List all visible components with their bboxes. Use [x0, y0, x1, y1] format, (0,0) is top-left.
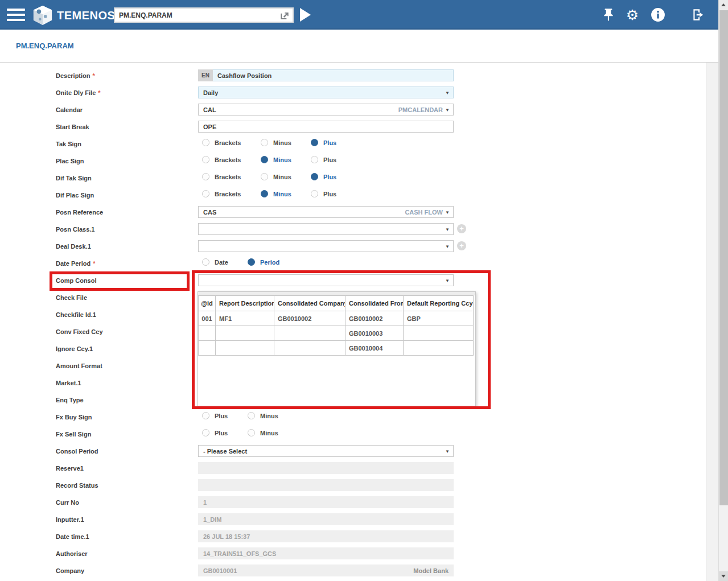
field-label: Date time.1	[56, 528, 89, 545]
radio-label: Brackets	[215, 139, 241, 146]
field-area: ▼+	[198, 240, 454, 252]
radio-circle-icon[interactable]	[202, 429, 209, 436]
add-multivalue-button[interactable]: +	[457, 224, 466, 233]
grid-cell[interactable]: GB0010003	[346, 326, 404, 341]
description-input[interactable]: ENCashflow Position	[198, 69, 454, 81]
start-break-input[interactable]: OPE	[198, 121, 454, 133]
radio-group: PlusMinus	[198, 429, 454, 436]
radio-option-minus[interactable]: Minus	[261, 173, 311, 180]
radio-circle-icon[interactable]	[248, 429, 255, 436]
radio-group: BracketsMinusPlus	[198, 156, 454, 163]
form-row-description: Description*ENCashflow Position	[0, 67, 706, 84]
grid-cell[interactable]: GBP	[404, 311, 474, 326]
grid-cell[interactable]	[216, 326, 274, 341]
radio-circle-icon[interactable]	[202, 156, 209, 163]
radio-option-brackets[interactable]: Brackets	[202, 156, 261, 163]
required-asterisk: *	[93, 72, 95, 79]
radio-option-minus[interactable]: Minus	[261, 156, 311, 163]
grid-cell[interactable]: 001	[199, 311, 216, 326]
temenos-globe-icon	[32, 5, 54, 26]
grid-cell[interactable]	[199, 326, 216, 341]
run-banner-icon[interactable]	[300, 8, 311, 22]
pin-icon[interactable]	[601, 7, 616, 22]
radio-option-brackets[interactable]: Brackets	[202, 190, 261, 197]
settings-gear-icon[interactable]: ⚙	[625, 7, 640, 22]
radio-circle-icon[interactable]	[202, 139, 209, 146]
scroll-down-button[interactable]	[719, 571, 728, 581]
info-icon[interactable]	[651, 7, 665, 22]
posn-class-1-input[interactable]: ▼	[198, 223, 454, 235]
scroll-up-button[interactable]	[719, 0, 728, 10]
radio-option-brackets[interactable]: Brackets	[202, 173, 261, 180]
grid-cell[interactable]: MF1	[216, 311, 274, 326]
radio-option-plus[interactable]: Plus	[202, 412, 248, 419]
radio-option-minus[interactable]: Minus	[261, 139, 311, 146]
chevron-down-icon[interactable]: ▼	[445, 244, 450, 249]
deal-desk-1-input[interactable]: ▼	[198, 240, 454, 252]
scrollbar-thumb[interactable]	[719, 10, 728, 505]
field-label: Posn Reference	[56, 204, 103, 221]
field-label-text: Dif Tak Sign	[56, 175, 92, 182]
chevron-down-icon[interactable]: ▼	[445, 210, 450, 215]
grid-cell[interactable]	[404, 341, 474, 356]
field-label-text: Calendar	[56, 106, 83, 113]
radio-circle-icon[interactable]	[261, 190, 268, 197]
chevron-down-icon[interactable]: ▼	[445, 227, 450, 232]
add-multivalue-button[interactable]: +	[457, 241, 466, 250]
grid-cell[interactable]	[274, 326, 346, 341]
grid-cell[interactable]	[404, 326, 474, 341]
radio-circle-icon[interactable]	[261, 173, 268, 180]
application-title: PM.ENQ.PARAM	[16, 30, 74, 63]
radio-option-plus[interactable]: Plus	[311, 156, 361, 163]
chevron-down-icon[interactable]: ▼	[445, 90, 450, 96]
radio-option-period[interactable]: Period	[248, 258, 293, 266]
onite-dly-file-input[interactable]: Daily▼	[198, 86, 454, 98]
field-label: Posn Class.1	[56, 221, 94, 238]
radio-option-minus[interactable]: Minus	[248, 412, 293, 419]
grid-cell[interactable]: GB0010002	[346, 311, 404, 326]
radio-circle-icon[interactable]	[202, 190, 209, 197]
radio-circle-icon[interactable]	[311, 173, 318, 180]
chevron-down-icon[interactable]: ▼	[445, 449, 450, 454]
radio-circle-icon[interactable]	[261, 156, 268, 163]
calendar-input[interactable]: CALPMCALENDAR▼	[198, 104, 454, 116]
chevron-down-icon[interactable]: ▼	[445, 108, 450, 113]
radio-option-date[interactable]: Date	[202, 258, 248, 266]
comp-consol-input[interactable]: ▼	[198, 274, 454, 286]
launch-icon[interactable]	[279, 10, 290, 21]
command-input[interactable]	[115, 11, 279, 19]
record-toolbar: PM.ENQ.PARAM CAS - Please Select ▼ GO	[0, 30, 718, 63]
record-status-input	[198, 479, 454, 491]
radio-option-plus[interactable]: Plus	[311, 139, 361, 146]
radio-circle-icon[interactable]	[311, 139, 318, 146]
consol-period-input[interactable]: - Please Select▼	[198, 445, 454, 457]
radio-circle-icon[interactable]	[202, 173, 209, 180]
radio-circle-icon[interactable]	[248, 412, 255, 419]
radio-option-minus[interactable]: Minus	[248, 429, 293, 436]
radio-option-minus[interactable]: Minus	[261, 190, 311, 197]
form-row-comp-consol: Comp Consol▼	[0, 272, 706, 289]
grid-cell[interactable]	[274, 341, 346, 356]
grid-cell[interactable]	[216, 341, 274, 356]
radio-option-plus[interactable]: Plus	[202, 429, 248, 436]
grid-cell[interactable]	[199, 341, 216, 356]
grid-cell[interactable]: GB0010004	[346, 341, 404, 356]
radio-option-plus[interactable]: Plus	[311, 173, 361, 180]
grid-cell[interactable]: GB0010002	[274, 311, 346, 326]
radio-circle-icon[interactable]	[202, 412, 209, 419]
hamburger-menu-icon[interactable]	[7, 9, 25, 21]
form-row-posn-class-1: Posn Class.1▼+	[0, 221, 706, 238]
radio-option-plus[interactable]: Plus	[311, 190, 361, 197]
radio-option-brackets[interactable]: Brackets	[202, 139, 261, 146]
radio-circle-icon[interactable]	[248, 258, 255, 266]
radio-circle-icon[interactable]	[261, 139, 268, 146]
radio-label: Plus	[215, 430, 228, 436]
field-area: CASCASH FLOW▼	[198, 206, 454, 218]
radio-circle-icon[interactable]	[311, 156, 318, 163]
field-value: Daily	[199, 89, 218, 96]
chevron-down-icon[interactable]: ▼	[445, 278, 450, 283]
signout-icon[interactable]	[691, 7, 706, 22]
radio-circle-icon[interactable]	[202, 258, 209, 266]
posn-reference-input[interactable]: CASCASH FLOW▼	[198, 206, 454, 218]
radio-circle-icon[interactable]	[311, 190, 318, 197]
